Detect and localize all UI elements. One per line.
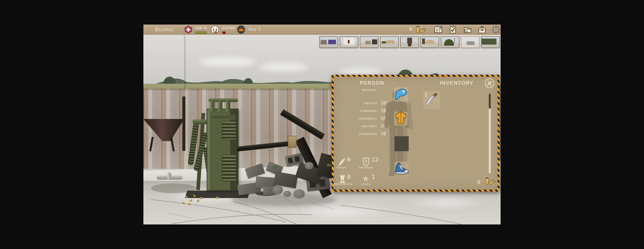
dialog-panel: PERSON INVENTORY RECRUIT HEALTH 100 STRE… [334,77,498,190]
health-icon [184,26,192,34]
location-thumbnail[interactable] [441,36,460,48]
machine-radiator [222,155,236,181]
silo-support [182,97,185,151]
saber-icon [337,157,346,166]
equipment-slot-legs-empty[interactable] [394,136,409,151]
game-window: Bunker 100 % 25/100 day 1 0 [144,25,500,224]
settings-gear-icon[interactable] [492,25,500,34]
knife-icon [422,91,441,109]
rock [305,162,314,169]
equipment-slot-feet[interactable] [394,161,408,176]
cloud [200,57,256,67]
equipment-slot-head[interactable] [394,87,408,102]
attack-value: 0 [347,156,351,163]
stat-label: STRENGHT [334,109,377,112]
location-thumbnail[interactable] [400,36,419,48]
jacket-item [393,110,409,126]
health-percent: 100 % [195,26,207,30]
location-thumbnail[interactable] [380,36,399,48]
stat-label: INSTINCT [334,125,377,128]
person-inventory-dialog: PERSON INVENTORY RECRUIT HEALTH 100 STRE… [332,75,500,191]
inventory-scrollbar-thumb[interactable] [489,94,491,109]
map-icon[interactable] [434,25,442,34]
location-thumbnail[interactable] [420,36,439,48]
bullets-icon [415,25,426,34]
person-title: PERSON [345,80,399,86]
inventory-title: INVENTORY [432,80,481,86]
storage-folder-icon[interactable] [463,25,472,34]
inventory-ammo-counter: 0 [478,179,480,185]
defence-label: DEFENCE [359,166,373,169]
stat-label: ACCURACY [334,117,377,120]
silo-tank [144,35,184,120]
stat-label: HEALTH [334,102,377,105]
ammo-counter: 0 [409,26,412,32]
attack-label: ATACK [336,166,346,169]
star-icon [361,174,370,183]
briefcase-icon[interactable] [478,25,486,34]
machine-nameplate [210,115,235,119]
location-thumbnail[interactable] [320,36,338,48]
machine-radiator [222,121,236,140]
location-thumbnail-selected[interactable] [461,36,480,48]
bandana-item [393,86,409,102]
defence-value: 12 [372,156,378,163]
day-counter: day 1 [248,27,261,32]
location-title: Bunker [155,25,174,35]
tasks-clipboard-icon[interactable] [448,25,457,34]
inventory-scrollbar-track[interactable] [489,94,491,173]
ground-pipe-elbow [167,173,171,180]
tower-icon [338,174,347,183]
weed [327,164,332,167]
rock [272,186,283,194]
upgrade-progress-square [222,32,226,34]
location-thumbnail-row [320,36,500,48]
machine-stack [210,101,214,111]
health-progressbar [195,32,207,34]
sneaker-item [393,160,410,177]
close-icon[interactable] [484,77,496,89]
location-thumbnail[interactable] [340,36,358,48]
upgrade-progress-value: 25/100 [222,26,235,30]
location-thumbnail[interactable] [481,36,500,48]
upgrade-arrow-icon [210,25,220,34]
sun-icon [237,25,246,34]
inventory-item-knife[interactable]: 1 [423,91,440,109]
top-status-bar: Bunker 100 % 25/100 day 1 0 [144,25,500,35]
reputation-value: 0 [347,173,351,180]
level-value: 1 [372,173,375,180]
shield-icon [362,157,370,166]
machine-stack [226,101,230,111]
reputation-label: REPUTATION [334,183,352,185]
weed [272,166,278,169]
location-thumbnail[interactable] [360,36,378,48]
stat-label: ATTENTION [334,132,377,135]
level-label: LEVEL [361,183,371,185]
rock [284,191,291,197]
rock [294,189,305,198]
wooden-crate [288,136,296,148]
bullets-icon [484,176,495,187]
equipment-slot-torso[interactable] [394,111,408,126]
machine-stack [218,101,222,111]
